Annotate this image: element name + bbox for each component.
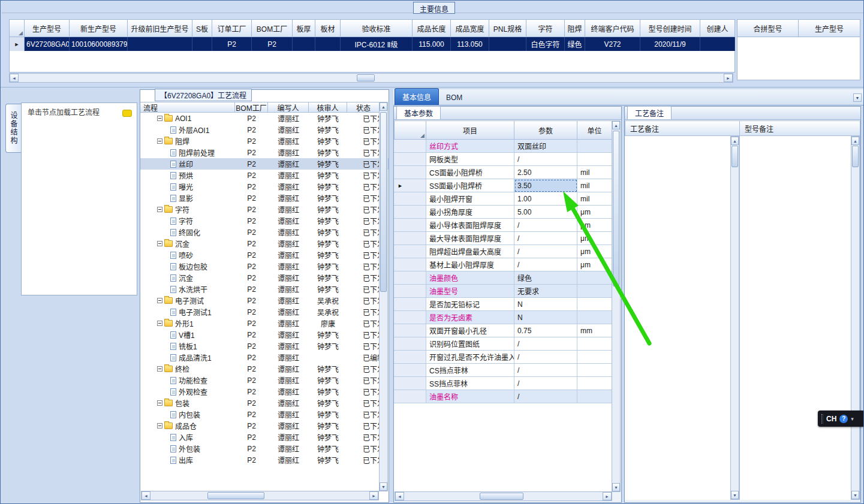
- expander-icon[interactable]: [157, 321, 162, 326]
- device-tree-panel[interactable]: 单击节点加载工艺流程: [21, 102, 137, 295]
- tree-row[interactable]: 字符P2谭丽红钟梦飞已下发: [140, 204, 389, 215]
- column-header[interactable]: 型号创建时间: [640, 19, 700, 37]
- tree-row[interactable]: 外形1P2谭丽红廖康已下发: [140, 318, 389, 329]
- column-header[interactable]: BOM工厂: [252, 19, 293, 37]
- tree-row[interactable]: 外观检查P2谭丽红钟梦飞已下发: [140, 386, 389, 397]
- scroll-down-icon[interactable]: [731, 491, 739, 499]
- param-value[interactable]: 绿色: [514, 271, 577, 285]
- param-row[interactable]: 基材上最小阻焊厚度/μm: [394, 258, 613, 271]
- main-info-hscrollbar[interactable]: [9, 73, 733, 83]
- tree-row[interactable]: 水洗烘干P2谭丽红钟梦飞已下发: [140, 283, 389, 295]
- tree-row[interactable]: 显影P2谭丽红钟梦飞已下发: [140, 192, 389, 204]
- param-row[interactable]: 最大导体表面阻焊厚度/μm: [394, 232, 613, 245]
- param-value[interactable]: 2.50: [514, 166, 577, 179]
- tree-row[interactable]: 成品仓P2谭丽红钟梦飞已下发: [140, 420, 389, 431]
- param-value[interactable]: /: [514, 351, 577, 364]
- scrollbar-thumb[interactable]: [357, 74, 375, 82]
- scrollbar-track[interactable]: [19, 74, 724, 82]
- param-row[interactable]: 开窗过孔是否不允许油墨入孔/: [394, 351, 613, 364]
- params-vscrollbar[interactable]: [612, 120, 621, 492]
- drag-handle-icon[interactable]: [821, 414, 823, 424]
- param-row[interactable]: CS面最小阻焊桥2.50mil: [394, 166, 613, 179]
- tree-row[interactable]: 外包装P2谭丽红钟梦飞已下发: [140, 443, 389, 454]
- param-row[interactable]: SS面最小阻焊桥3.50mil: [394, 179, 613, 192]
- param-row[interactable]: 丝印方式双面丝印: [394, 140, 613, 153]
- param-row[interactable]: 最小阻焊开窗1.00mil: [394, 192, 613, 206]
- column-header-reviewer[interactable]: 核审人: [309, 102, 347, 113]
- tree-node[interactable]: 字符: [140, 215, 235, 227]
- param-value[interactable]: /: [514, 337, 577, 351]
- language-indicator[interactable]: CH: [826, 415, 836, 423]
- column-header[interactable]: 升级前旧生产型号: [128, 19, 192, 37]
- tree-node[interactable]: 水洗烘干: [140, 283, 235, 295]
- expander-icon[interactable]: [157, 400, 162, 406]
- tree-node[interactable]: 成品仓: [140, 420, 235, 431]
- tree-node[interactable]: 沉金: [140, 272, 235, 283]
- scrollbar-track[interactable]: [150, 491, 369, 500]
- tree-node[interactable]: 外层AOI1: [140, 124, 235, 135]
- tree-node[interactable]: 沉金: [140, 238, 235, 249]
- column-header[interactable]: S板: [192, 19, 212, 37]
- tree-node[interactable]: 电子测试: [140, 295, 235, 306]
- param-value[interactable]: 3.50: [514, 179, 577, 192]
- tree-node[interactable]: AOI1: [140, 113, 235, 124]
- expander-icon[interactable]: [157, 366, 162, 372]
- param-row[interactable]: 阻焊超出焊盘最大高度/μm: [394, 245, 613, 258]
- scrollbar-thumb[interactable]: [380, 112, 387, 292]
- column-header-unit[interactable]: 单位: [577, 120, 612, 140]
- extra-column-header[interactable]: 生产型号: [799, 19, 860, 37]
- scrollbar-track[interactable]: [404, 492, 603, 500]
- tree-node[interactable]: 功能检查: [140, 375, 235, 386]
- tree-row[interactable]: 终固化P2谭丽红钟梦飞已下发: [140, 227, 389, 238]
- tab-process-notes[interactable]: 工艺备注: [627, 106, 672, 119]
- param-value[interactable]: /: [514, 153, 577, 166]
- tree-node[interactable]: 曝光: [140, 181, 235, 192]
- scrollbar-track[interactable]: [731, 145, 739, 491]
- column-header-status[interactable]: 状态: [347, 102, 380, 113]
- column-header[interactable]: 成品宽度: [451, 19, 489, 37]
- column-header[interactable]: 字符: [526, 19, 565, 37]
- scroll-up-icon[interactable]: [851, 137, 859, 145]
- language-bar[interactable]: CH ?: [818, 411, 864, 427]
- tree-row[interactable]: 阻焊前处理P2谭丽红钟梦飞已下发: [140, 147, 389, 158]
- column-header-item[interactable]: 项目: [426, 120, 514, 140]
- tree-node[interactable]: 板边包胶: [140, 261, 235, 272]
- tree-node[interactable]: 出库: [140, 454, 235, 466]
- expander-icon[interactable]: [157, 241, 162, 246]
- param-value[interactable]: /: [514, 232, 577, 245]
- tab-basic-info[interactable]: 基本信息: [395, 88, 439, 105]
- tree-row[interactable]: 铣板1P2谭丽红钟梦飞已下发: [140, 340, 389, 352]
- param-value[interactable]: 双面丝印: [514, 140, 577, 153]
- scroll-down-icon[interactable]: [380, 482, 387, 491]
- column-header-flow[interactable]: 流程: [140, 102, 235, 113]
- scroll-right-icon[interactable]: [724, 74, 733, 82]
- param-row[interactable]: 油墨型号无要求: [394, 285, 613, 298]
- tree-row[interactable]: 内包装P2谭丽红钟梦飞已下发: [140, 409, 389, 420]
- tree-node[interactable]: 显影: [140, 192, 235, 204]
- param-value[interactable]: 0.75: [514, 324, 577, 337]
- tree-node[interactable]: 喷砂: [140, 249, 235, 261]
- tree-node[interactable]: 铣板1: [140, 340, 235, 352]
- tree-node[interactable]: 电子测试1: [140, 306, 235, 318]
- column-header[interactable]: 板厚: [293, 19, 315, 37]
- scroll-up-icon[interactable]: [380, 102, 387, 111]
- main-info-row[interactable]: 6V27208GA010010600089379P2P2IPC-6012 Ⅱ级1…: [9, 37, 735, 51]
- expander-icon[interactable]: [157, 116, 162, 121]
- tree-node[interactable]: 字符: [140, 204, 235, 215]
- help-icon[interactable]: ?: [839, 415, 848, 423]
- tree-node[interactable]: 阻焊前处理: [140, 147, 235, 158]
- tree-row[interactable]: 功能检查P2谭丽红钟梦飞已下发: [140, 375, 389, 386]
- column-header[interactable]: 订单工厂: [212, 19, 252, 37]
- tree-row[interactable]: 成品清洗1P2谭丽红已编制: [140, 352, 389, 363]
- column-header[interactable]: 创建人: [700, 19, 735, 37]
- params-hscrollbar[interactable]: [395, 491, 612, 501]
- param-value[interactable]: /: [514, 258, 577, 271]
- scroll-left-icon[interactable]: [10, 74, 19, 82]
- tree-node[interactable]: 成品清洗1: [140, 352, 235, 363]
- tree-row[interactable]: 喷砂P2谭丽红钟梦飞已下发: [140, 249, 389, 261]
- scrollbar-track[interactable]: [380, 111, 387, 482]
- param-row[interactable]: 网板类型/: [394, 153, 613, 166]
- tab-basic-params[interactable]: 基本参数: [396, 106, 441, 119]
- param-value[interactable]: N: [514, 298, 577, 311]
- tree-node[interactable]: 终固化: [140, 227, 235, 238]
